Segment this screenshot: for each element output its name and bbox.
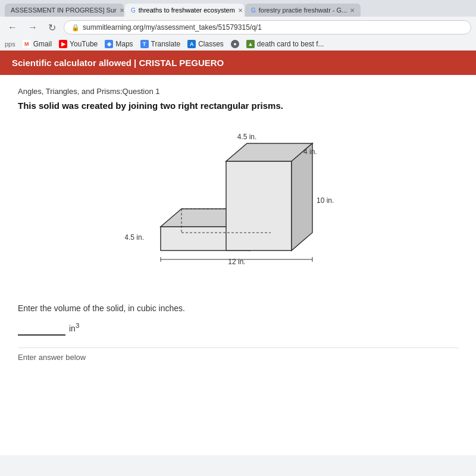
question-area: Angles, Triangles, and Prisms:Question 1… (0, 75, 476, 378)
question-label: Angles, Triangles, and Prisms:Question 1 (18, 87, 458, 96)
lock-icon: 🔒 (71, 24, 80, 32)
apps-label: pps (5, 40, 15, 48)
classes-label: Classes (198, 40, 224, 48)
google-icon: G (131, 7, 136, 14)
enter-hint: Enter answer below (18, 347, 458, 367)
dim-top-width-label: 4.5 in. (237, 133, 257, 141)
translate-icon: T (140, 40, 149, 48)
back-button[interactable]: ← (5, 21, 20, 34)
question-text: This solid was created by joining two ri… (18, 101, 458, 111)
assessment-header: Scientific calculator allowed | CRISTAL … (0, 51, 476, 75)
gmail-icon: M (23, 40, 31, 48)
maps-icon: ◆ (105, 40, 113, 48)
svg-marker-5 (292, 143, 312, 250)
tabs-row: ASSESSMENT IN PROGRESS] Sur ✕ G threaths… (5, 4, 471, 17)
dot-icon: ● (231, 40, 239, 48)
page-content: Scientific calculator allowed | CRISTAL … (0, 51, 476, 455)
bookmark-youtube[interactable]: ▶ YouTube (59, 40, 98, 48)
diagram-container: 4.5 in. 4 in. 10 in. 4.5 in. 12 in. (18, 123, 458, 289)
reload-button[interactable]: ↻ (45, 21, 59, 35)
bookmarks-bar: pps M Gmail ▶ YouTube ◆ Maps T Translate… (0, 38, 476, 51)
dim-bottom-left-label: 4.5 in. (125, 233, 144, 242)
tab-3[interactable]: G forestry practie freshwatr - G... ✕ (245, 4, 361, 17)
answer-input[interactable] (18, 322, 65, 336)
bookmark-classes[interactable]: A Classes (187, 40, 224, 48)
dim-height-label: 10 in. (317, 196, 334, 205)
bookmark-death[interactable]: ▲ death card to best f... (246, 40, 324, 48)
answer-section: Enter the volume of the solid, in cubic … (18, 303, 458, 367)
answer-input-row: in3 (18, 321, 458, 336)
classes-icon: A (187, 40, 196, 48)
browser-chrome: ASSESSMENT IN PROGRESS] Sur ✕ G threaths… (0, 0, 476, 17)
address-bar-row: ← → ↻ 🔒 summitlearning.org/my/assessment… (0, 17, 476, 38)
bookmark-gmail[interactable]: M Gmail (23, 40, 52, 48)
svg-marker-3 (226, 161, 292, 250)
tab-3-close[interactable]: ✕ (350, 7, 355, 14)
bookmark-translate[interactable]: T Translate (140, 40, 181, 48)
address-bar[interactable]: 🔒 summitlearning.org/my/assessment_takes… (64, 20, 471, 35)
bookmark-dot[interactable]: ● (231, 40, 239, 48)
dim-bottom-width-label: 12 in. (228, 258, 245, 266)
gmail-label: Gmail (33, 40, 52, 48)
google-icon-2: G (251, 7, 256, 14)
dim-top-depth-label: 4 in. (303, 148, 317, 156)
death-icon: ▲ (246, 40, 255, 48)
tab-2-close[interactable]: ✕ (238, 7, 243, 14)
youtube-label: YouTube (70, 40, 98, 48)
youtube-icon: ▶ (59, 40, 67, 48)
bookmark-maps[interactable]: ◆ Maps (105, 40, 133, 48)
prism-diagram: 4.5 in. 4 in. 10 in. 4.5 in. 12 in. (125, 123, 351, 289)
tab-2-label: threaths to freshwater ecosystem (139, 7, 235, 14)
address-text: summitlearning.org/my/assessment_takes/5… (83, 23, 262, 32)
maps-label: Maps (115, 40, 133, 48)
translate-label: Translate (151, 40, 181, 48)
tab-1-label: ASSESSMENT IN PROGRESS] Sur (11, 7, 117, 14)
answer-label: Enter the volume of the solid, in cubic … (18, 303, 458, 313)
tab-3-label: forestry practie freshwatr - G... (259, 7, 347, 14)
tab-1-close[interactable]: ✕ (120, 7, 124, 14)
tab-2[interactable]: G threaths to freshwater ecosystem ✕ (125, 4, 244, 17)
death-label: death card to best f... (257, 40, 324, 48)
tab-1[interactable]: ASSESSMENT IN PROGRESS] Sur ✕ (5, 4, 124, 17)
unit-label: in3 (69, 321, 79, 333)
forward-button[interactable]: → (25, 21, 40, 34)
assessment-header-text: Scientific calculator allowed | CRISTAL … (12, 58, 224, 68)
